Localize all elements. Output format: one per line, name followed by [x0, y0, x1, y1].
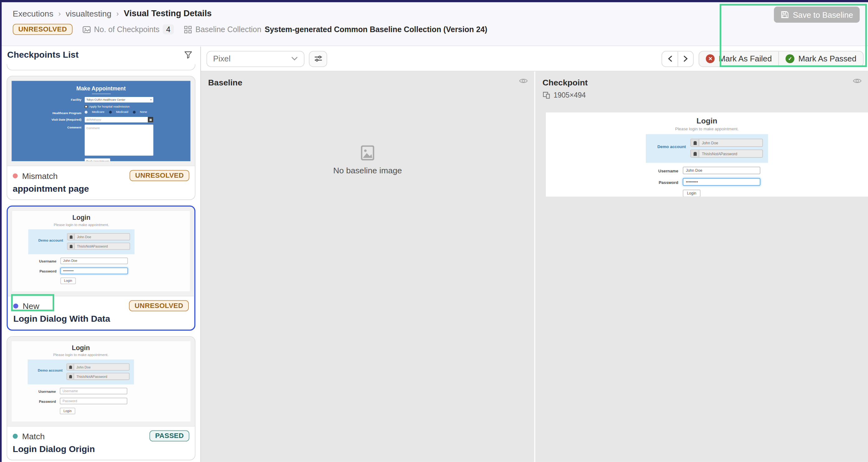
checkpoint-badge: UNRESOLVED: [130, 170, 189, 181]
mark-as-passed-button[interactable]: ✓ Mark As Passed: [779, 51, 863, 66]
checkpoint-panel-title: Checkpoint: [542, 78, 861, 87]
mock-login-subtitle: Please login to make appointment.: [627, 126, 787, 131]
checkpoint-card-partial[interactable]: [6, 64, 195, 70]
mark-as-failed-label: Mark As Failed: [719, 54, 772, 63]
lock-icon: [67, 373, 74, 380]
mock-radio-medicaid: [109, 110, 112, 113]
checkpoint-card-info: Mismatch UNRESOLVED appointment page: [7, 166, 195, 200]
status-dot-match: [13, 433, 18, 438]
mock-login-title: Login: [627, 116, 787, 125]
comparison-main: Pixel: [201, 47, 868, 462]
breadcrumb: Executions › visualtesting › Visual Test…: [13, 8, 868, 19]
baseline-visibility-icon[interactable]: [519, 77, 528, 85]
no-baseline-text: No baseline image: [333, 166, 402, 175]
appointment-page-screenshot: Make Appointment Facility Tokyo CURA Hea…: [11, 81, 190, 161]
lock-icon: [691, 150, 700, 157]
mock-password-input: •••••••••: [60, 267, 128, 274]
execution-status-badge: UNRESOLVED: [13, 24, 72, 35]
status-dot-new: [13, 303, 19, 308]
mock-login-button: Login: [60, 408, 75, 414]
mock-login-subtitle: Please login to make appointment.: [11, 353, 150, 357]
mock-facility-label: Facility: [36, 97, 81, 101]
checkpoint-thumbnail: Login Please login to make appointment. …: [8, 207, 194, 296]
login-origin-screenshot: Login Please login to make appointment. …: [11, 341, 190, 422]
checkpoint-thumbnail: Login Please login to make appointment. …: [7, 337, 195, 427]
mock-book-appointment-button: Book Appointment: [85, 158, 110, 161]
checkpoint-badge: PASSED: [150, 431, 189, 442]
mock-password-label: Password: [11, 399, 56, 403]
visual-testing-app: Executions › visualtesting › Visual Test…: [0, 0, 868, 462]
checkpoints-list-title: Checkpoints List: [7, 50, 79, 60]
mock-username-label: Username: [11, 389, 56, 393]
mock-username-input: Username: [60, 388, 127, 394]
checkpoints-label: No. of Checkpoints: [94, 25, 159, 34]
baseline-collection-label: Baseline Collection: [195, 25, 261, 34]
mock-admission-checkbox: [85, 105, 88, 108]
mock-visit-input: dd/MM/yyyy▦: [85, 117, 153, 122]
mock-demo-username: John Doe: [66, 364, 130, 371]
sliders-icon: [314, 54, 322, 63]
checkpoint-thumbnail: Make Appointment Facility Tokyo CURA Hea…: [7, 76, 195, 166]
checkpoints-sidebar: Checkpoints List Make Appointment: [2, 47, 201, 462]
save-to-baseline-button[interactable]: Save to Baseline: [774, 6, 860, 23]
mock-demo-account-box: Demo account John Doe ThisIsNotAPassword: [28, 229, 134, 254]
calendar-icon: ▦: [148, 117, 153, 122]
mock-login-subtitle: Please login to make appointment.: [12, 223, 151, 226]
checkpoint-status: Match: [22, 431, 45, 440]
mock-demo-account-box: Demo account John Doe ThisIsNotAPassword: [646, 134, 768, 163]
passed-check-icon: ✓: [786, 54, 795, 63]
checkpoints-count: 4: [163, 24, 174, 34]
comparison-settings-button[interactable]: [309, 51, 327, 67]
content-area: Checkpoints List Make Appointment: [2, 47, 868, 462]
filter-icon[interactable]: [184, 50, 192, 59]
failed-x-icon: ✕: [706, 54, 715, 63]
comparison-mode-value: Pixel: [213, 54, 230, 63]
checkpoint-pager: [662, 51, 694, 67]
mock-demo-password: ThisIsNotAPassword: [690, 149, 763, 158]
comparison-panels: Baseline No baseline image Checkpoint: [201, 71, 868, 462]
previous-checkpoint-button[interactable]: [662, 51, 678, 66]
mock-password-label: Password: [12, 269, 56, 273]
mock-username-label: Username: [12, 259, 56, 263]
picture-icon: [83, 25, 91, 34]
baseline-collection-value: System-generated Common Baseline Collect…: [265, 25, 487, 34]
comparison-mode-select[interactable]: Pixel: [207, 51, 304, 67]
mock-radio-medicare: [85, 110, 88, 113]
mock-login-title: Login: [11, 344, 150, 352]
mock-demo-username: John Doe: [67, 233, 130, 240]
checkpoint-badge: UNRESOLVED: [129, 300, 189, 312]
breadcrumb-separator: ›: [117, 9, 119, 18]
checkpoint-title: Login Dialog With Data: [13, 314, 189, 324]
mark-as-failed-button[interactable]: ✕ Mark As Failed: [700, 51, 779, 66]
mock-demo-username: John Doe: [690, 139, 763, 147]
mock-visit-label: Visit Date (Required): [36, 117, 81, 121]
page-title: Visual Testing Details: [124, 8, 212, 19]
checkpoint-card-info: New UNRESOLVED Login Dialog With Data: [8, 296, 194, 330]
floppy-icon: [781, 10, 789, 19]
checkpoint-card-login-dialog-with-data[interactable]: Login Please login to make appointment. …: [6, 205, 195, 331]
baseline-panel: Baseline No baseline image: [201, 71, 534, 462]
breadcrumb-executions[interactable]: Executions: [13, 9, 53, 18]
chevron-down-icon: [291, 56, 298, 61]
mock-login-button: Login: [683, 190, 701, 197]
mock-username-input: John Doe: [60, 258, 128, 264]
checkpoint-status: Mismatch: [22, 171, 58, 180]
mock-username-input: John Doe: [683, 167, 760, 175]
mock-demo-password: ThisIsNotAPassword: [67, 242, 130, 250]
checkpoints-list: Make Appointment Facility Tokyo CURA Hea…: [2, 62, 200, 462]
mock-facility-select: Tokyo CURA Healthcare Center▾: [85, 97, 153, 103]
checkpoint-panel: Checkpoint 1905×494 Login Please login: [535, 71, 868, 462]
save-to-baseline-label: Save to Baseline: [793, 10, 853, 19]
checkpoint-title: Login Dialog Origin: [13, 444, 189, 454]
user-icon: [67, 364, 74, 370]
dimensions-icon: [542, 91, 550, 99]
mock-demo-account-box: Demo account John Doe ThisIsNotAPassword: [28, 359, 134, 384]
breadcrumb-project[interactable]: visualtesting: [66, 9, 112, 18]
checkpoint-card-appointment-page[interactable]: Make Appointment Facility Tokyo CURA Hea…: [6, 76, 195, 200]
mock-program-label: Healthcare Program: [36, 110, 81, 115]
window-frame-left: [0, 0, 2, 462]
checkpoint-visibility-icon[interactable]: [852, 77, 862, 85]
checkpoint-card-login-dialog-origin[interactable]: Login Please login to make appointment. …: [6, 336, 195, 460]
next-checkpoint-button[interactable]: [678, 51, 693, 66]
page-header: Executions › visualtesting › Visual Test…: [2, 2, 868, 46]
